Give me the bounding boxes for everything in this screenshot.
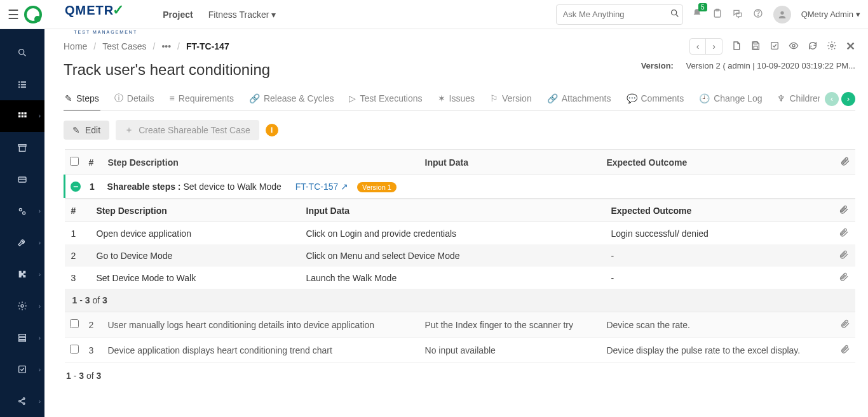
inner-pagination: 1 - 3 of 3 <box>65 289 856 312</box>
svg-rect-17 <box>24 112 26 114</box>
notif-badge: 5 <box>698 3 707 11</box>
step-row[interactable]: 3Device application displays heart condi… <box>65 338 856 363</box>
linked-tc-id[interactable]: FT-TC-157 ↗ <box>295 182 349 192</box>
svg-point-25 <box>19 208 22 211</box>
search-icon[interactable] <box>670 8 680 20</box>
close-icon[interactable]: ✕ <box>846 39 855 53</box>
create-shareable-button[interactable]: ＋ Create Shareable Test Case <box>116 120 259 140</box>
tab-release[interactable]: 🔗 Release & Cycles <box>248 88 336 110</box>
tabs-scroll-right[interactable]: › <box>841 92 855 106</box>
bell-icon[interactable]: 5 <box>692 8 702 21</box>
inner-step-row[interactable]: 1Open device applicationClick on Login a… <box>65 222 856 245</box>
checkbox-icon[interactable] <box>770 41 780 53</box>
refresh-icon[interactable] <box>808 41 818 53</box>
sidebar: › › › › › › › › <box>0 29 44 417</box>
col-expected: Expected Outcome <box>601 150 835 175</box>
crumb-tests[interactable]: Test Cases <box>102 41 146 51</box>
svg-point-5 <box>757 15 758 15</box>
tab-children[interactable]: ♆ Children <box>776 88 820 110</box>
tab-issues[interactable]: ✶ Issues <box>437 88 476 110</box>
share-text: Set device to Walk Mode <box>183 182 281 192</box>
topbar: ☰ QMETR✓ TEST MANAGEMENT Project Fitness… <box>0 0 868 29</box>
caret-down-icon: ▾ <box>856 10 860 19</box>
hamburger-icon[interactable]: ☰ <box>8 7 19 22</box>
save-icon[interactable] <box>750 41 761 53</box>
collapse-icon[interactable]: − <box>71 182 81 192</box>
sidebar-gear[interactable]: › <box>0 290 44 322</box>
chat-icon[interactable] <box>733 8 743 21</box>
search-box[interactable] <box>556 4 683 25</box>
search-input[interactable] <box>563 10 670 19</box>
sidebar-server[interactable]: › <box>0 322 44 354</box>
tab-comments[interactable]: 💬 Comments <box>625 88 686 110</box>
row-checkbox[interactable] <box>70 345 79 354</box>
pdf-icon[interactable] <box>731 41 742 53</box>
svg-rect-13 <box>18 86 20 88</box>
tabs: ✎ Steps ⓘ Details ≡ Requirements 🔗 Relea… <box>64 88 855 111</box>
svg-rect-16 <box>22 112 24 114</box>
svg-line-35 <box>20 399 23 401</box>
tabs-scroll-left[interactable]: ‹ <box>825 92 839 106</box>
step-row[interactable]: 2User manually logs heart conditioning d… <box>65 312 856 338</box>
shareable-steps-row[interactable]: − 1 Shareable steps : Set device to Walk… <box>65 175 856 199</box>
tab-executions[interactable]: ▷ Test Executions <box>348 88 423 110</box>
sidebar-wrench[interactable]: › <box>0 227 44 259</box>
tab-steps[interactable]: ✎ Steps <box>64 88 100 110</box>
select-all-checkbox[interactable] <box>70 157 79 166</box>
tab-details[interactable]: ⓘ Details <box>113 88 156 110</box>
sidebar-puzzle[interactable]: › <box>0 258 44 290</box>
crumb-home[interactable]: Home <box>64 41 87 51</box>
info-badge-icon[interactable]: i <box>266 124 278 136</box>
page-title: Track user's heart conditioning <box>64 61 270 79</box>
svg-rect-11 <box>18 84 20 85</box>
svg-rect-37 <box>754 42 757 44</box>
svg-rect-28 <box>19 334 26 336</box>
eye-icon[interactable] <box>789 41 799 53</box>
user-menu[interactable]: QMetry Admin ▾ <box>801 10 860 19</box>
svg-rect-31 <box>19 366 26 373</box>
svg-rect-9 <box>18 81 20 83</box>
svg-rect-12 <box>21 84 26 85</box>
avatar[interactable] <box>773 6 791 23</box>
sidebar-share[interactable]: › <box>0 385 44 417</box>
clipboard-icon[interactable] <box>712 8 722 21</box>
help-icon[interactable] <box>753 8 763 21</box>
tab-version[interactable]: ⚐ Version <box>489 88 533 110</box>
share-step-num: 1 <box>90 182 95 192</box>
svg-rect-10 <box>21 81 26 83</box>
steps-table: # Step Description Input Data Expected O… <box>64 149 855 363</box>
sidebar-grid[interactable]: › <box>0 100 44 132</box>
sidebar-search[interactable] <box>0 37 44 69</box>
page-actions: ‹ › ✕ <box>689 38 855 55</box>
svg-point-27 <box>21 305 24 307</box>
outer-pagination: 1 - 3 of 3 <box>64 363 855 388</box>
svg-rect-14 <box>21 86 26 88</box>
gear-icon[interactable] <box>827 41 837 53</box>
crumb-current: FT-TC-147 <box>186 41 229 51</box>
prev-button[interactable]: ‹ <box>690 39 707 54</box>
sidebar-card[interactable] <box>0 164 44 195</box>
project-label[interactable]: Project <box>163 10 193 20</box>
next-button[interactable]: › <box>706 39 722 54</box>
sidebar-check[interactable]: › <box>0 354 44 385</box>
col-attach-icon <box>835 150 855 175</box>
svg-point-0 <box>671 10 676 15</box>
sidebar-list[interactable] <box>0 69 44 100</box>
inner-step-row[interactable]: 2Go to Device ModeClick on Menu and sele… <box>65 244 856 267</box>
sidebar-archive[interactable] <box>0 132 44 164</box>
inner-step-row[interactable]: 3Set Device Mode to WalkLaunch the Walk … <box>65 267 856 289</box>
svg-rect-22 <box>19 146 25 151</box>
tab-attachments[interactable]: 🔗 Attachments <box>546 88 613 110</box>
svg-point-32 <box>19 400 21 402</box>
svg-point-7 <box>19 50 24 55</box>
tab-changelog[interactable]: 🕘 Change Log <box>698 88 763 110</box>
edit-button[interactable]: ✎ Edit <box>64 121 109 140</box>
crumb-more[interactable]: ••• <box>161 41 171 51</box>
svg-rect-39 <box>771 42 778 49</box>
row-checkbox[interactable] <box>70 319 79 328</box>
tab-requirements[interactable]: ≡ Requirements <box>168 88 235 110</box>
sidebar-gears[interactable]: › <box>0 195 44 227</box>
svg-rect-18 <box>18 115 20 117</box>
share-label: Shareable steps : <box>107 182 181 192</box>
project-selector[interactable]: Fitness Tracker ▾ <box>208 10 276 20</box>
